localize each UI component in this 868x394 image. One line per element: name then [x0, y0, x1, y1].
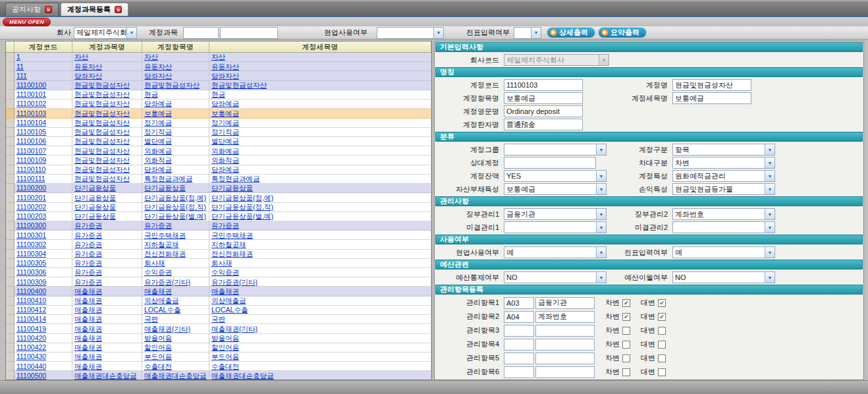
- book-mgmt1-select[interactable]: 금융기관 ▼: [504, 208, 607, 220]
- grid-row[interactable]: 11100100현금및현금성자산현금및현금성자산현금및현금성자산: [6, 81, 431, 90]
- debit-checkbox[interactable]: ✔: [622, 313, 630, 321]
- grid-row[interactable]: 11100440매출채권수출대전수출대전: [6, 362, 431, 371]
- grid-row[interactable]: 11100400매출채권매출채권매출채권: [6, 287, 431, 296]
- menu-open-button[interactable]: MENU OPEN: [3, 18, 51, 26]
- account-balance-select[interactable]: YES ▼: [504, 170, 607, 182]
- grid-row[interactable]: 1자산자산자산: [6, 53, 431, 62]
- account-character-select[interactable]: 원화예적금관리 ▼: [672, 170, 775, 182]
- credit-checkbox[interactable]: [658, 341, 666, 349]
- debit-checkbox[interactable]: [622, 327, 630, 335]
- grid-row[interactable]: 11100109현금및현금성자산외화적금외화적금: [6, 155, 431, 165]
- grid-row[interactable]: 11100410매출채권외상매출금외상매출금: [6, 296, 431, 306]
- account-group-select[interactable]: ▼: [504, 144, 607, 155]
- company-code-select[interactable]: 제일제지주식회사 ▼: [504, 54, 609, 66]
- mgmt-item-name-input[interactable]: [535, 325, 595, 337]
- mgmt-item-name-input[interactable]: [535, 297, 595, 309]
- grid-row[interactable]: 11100430매출채권부도어음부도어음: [6, 352, 431, 362]
- summary-print-button[interactable]: ▶ 요약출력: [598, 27, 647, 38]
- debit-checkbox[interactable]: ✔: [622, 299, 630, 307]
- credit-checkbox[interactable]: ✔: [658, 313, 666, 321]
- mgmt-item-code-input[interactable]: [504, 366, 534, 378]
- credit-checkbox[interactable]: [658, 327, 666, 335]
- use-filter-select[interactable]: ▼: [377, 27, 444, 39]
- book-mgmt2-select[interactable]: 계좌번호 ▼: [672, 208, 775, 220]
- debit-checkbox[interactable]: [622, 341, 630, 349]
- grid-row[interactable]: 11100306유가증권수익증권수익증권: [6, 268, 431, 277]
- grid-row[interactable]: 11100200단기금융상품단기금융상품단기금융상품: [6, 184, 431, 193]
- hanja-name-input[interactable]: [504, 119, 583, 130]
- tab-account-registration[interactable]: 계정과목등록 ✕: [61, 3, 128, 16]
- mgmt-item-name-input[interactable]: [535, 366, 595, 378]
- account-name-filter-input[interactable]: [220, 27, 278, 39]
- grid-row[interactable]: 11100104현금및현금성자산정기예금정기예금: [6, 119, 431, 128]
- grid-row[interactable]: 11100301유가증권국민주택채권국민주택채권: [6, 231, 431, 240]
- slip-select[interactable]: 예 ▼: [672, 246, 775, 258]
- account-code-input[interactable]: [504, 79, 583, 91]
- cell-item-name: 회사채: [142, 259, 209, 268]
- credit-checkbox[interactable]: ✔: [658, 299, 666, 307]
- grid-row[interactable]: 11100305유가증권회사채회사채: [6, 259, 431, 268]
- grid-row[interactable]: 11100420매출채권받을어음받을어음: [6, 334, 431, 343]
- open-mgmt1-select[interactable]: ▼: [504, 221, 607, 233]
- grid-row[interactable]: 11100309유가증권유가증권(기타)유가증권(기타): [6, 277, 431, 287]
- budget-carry-select[interactable]: NO ▼: [672, 271, 775, 283]
- debit-checkbox[interactable]: [622, 354, 630, 362]
- grid-row[interactable]: 11100412매출채권LOCAL수출LOCAL수출: [6, 306, 431, 315]
- grid-row[interactable]: 11100110현금및현금성자산당좌예금당좌예금: [6, 165, 431, 175]
- profit-loss-select[interactable]: 현금및현금등가물 ▼: [672, 183, 775, 195]
- chevron-down-icon: ▼: [126, 28, 136, 38]
- grid-row-selected[interactable]: 11100103현금및현금성자산보통예금보통예금: [6, 109, 431, 118]
- asset-liability-select[interactable]: 보통예금 ▼: [504, 183, 607, 195]
- mgmt-item-name-input[interactable]: [535, 311, 595, 323]
- grid-row[interactable]: 11100304유가증권전신전화채권전신전화채권: [6, 250, 431, 259]
- account-gubun-select[interactable]: 항목 ▼: [672, 144, 775, 155]
- budget-control-select[interactable]: NO ▼: [504, 271, 607, 283]
- mgmt-item-code-input[interactable]: [504, 325, 534, 337]
- debit-credit-gubun-select[interactable]: 차변 ▼: [672, 157, 775, 169]
- grid-row[interactable]: 11100422매출채권할인어음할인어음: [6, 343, 431, 352]
- contra-account-input[interactable]: [504, 157, 596, 169]
- account-code-filter-input[interactable]: [183, 27, 219, 39]
- open-mgmt2-select[interactable]: ▼: [672, 221, 775, 233]
- grid-row[interactable]: 11100202단기금융상품단기금융상품(정,적)단기금융상품(정,적): [6, 203, 431, 212]
- close-icon[interactable]: ✕: [115, 6, 122, 13]
- slip-filter-select[interactable]: ▼: [514, 27, 541, 39]
- mgmt-item-name-input[interactable]: [535, 339, 595, 351]
- item-name-input[interactable]: [504, 92, 583, 104]
- mgmt-item-code-input[interactable]: [504, 311, 534, 323]
- use-select[interactable]: 예 ▼: [504, 246, 607, 258]
- mgmt-item-code-input[interactable]: [504, 352, 534, 364]
- grid-row[interactable]: 111당좌자산당좌자산당좌자산: [6, 71, 431, 80]
- detail-print-button[interactable]: ▶ 상세출력: [547, 27, 595, 38]
- credit-checkbox[interactable]: [658, 354, 666, 362]
- grid-row[interactable]: 11100106현금및현금성자산별단예금별단예금: [6, 137, 431, 146]
- grid-row[interactable]: 11100105현금및현금성자산정기적금정기적금: [6, 128, 431, 137]
- grid-row[interactable]: 11100107현금및현금성자산외화예금외화예금: [6, 146, 431, 155]
- cell-detail-name: 국민주택채권: [209, 231, 431, 240]
- debit-checkbox[interactable]: [622, 368, 630, 376]
- budget-control-value: NO: [504, 273, 596, 281]
- cell-account-code: 11100500: [14, 371, 72, 380]
- grid-row[interactable]: 11100203단기금융상품단기금융상품(별,예)단기금융상품(별,예): [6, 212, 431, 221]
- mgmt-item-code-input[interactable]: [504, 339, 534, 351]
- grid-row[interactable]: 11유동자산유동자산유동자산: [6, 62, 431, 71]
- grid-row[interactable]: 11100111현금및현금성자산특정현금과예금특정현금과예금: [6, 175, 431, 184]
- account-name-input[interactable]: [672, 79, 751, 91]
- grid-row[interactable]: 11100414매출채권국판국판: [6, 315, 431, 324]
- mgmt-item-name-input[interactable]: [535, 352, 595, 364]
- close-icon[interactable]: ✕: [45, 6, 52, 13]
- grid-row[interactable]: 11100302유가증권지하철공채지하철공채: [6, 240, 431, 249]
- grid-row[interactable]: 11100102현금및현금성자산당좌예금당좌예금: [6, 99, 431, 109]
- grid-row[interactable]: 11100419매출채권매출채권(기타)매출채권(기타): [6, 324, 431, 333]
- grid-row[interactable]: 11100101현금및현금성자산현금현금: [6, 90, 431, 99]
- company-select[interactable]: 제일제지주식회사 ▼: [74, 27, 137, 39]
- tab-notice[interactable]: 공지사항 ✕: [5, 3, 59, 16]
- grid-row[interactable]: 11100300유가증권유가증권유가증권: [6, 221, 431, 231]
- detail-name-input[interactable]: [672, 92, 751, 104]
- mgmt-item-code-input[interactable]: [504, 297, 534, 309]
- english-name-input[interactable]: [504, 105, 583, 117]
- grid-row[interactable]: 11100500매출채권대손충당금매출채권대손충당금매출채권대손충당금: [6, 371, 431, 380]
- credit-checkbox[interactable]: [658, 368, 666, 376]
- detail-panel: 기본입력사항 회사코드 제일제지주식회사 ▼ 명칭 계정코드 계정명 계정항목명…: [434, 41, 864, 380]
- grid-row[interactable]: 11100201단기금융상품단기금융상품(정,예)단기금융상품(정,예): [6, 193, 431, 202]
